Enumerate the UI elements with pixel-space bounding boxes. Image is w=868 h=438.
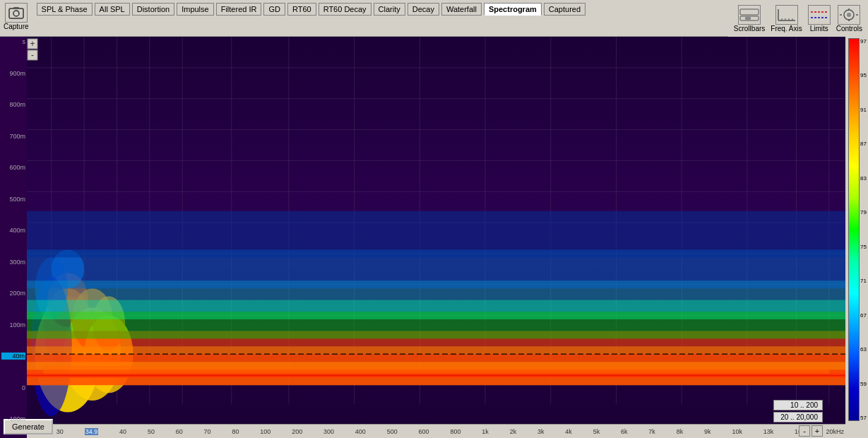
zoom-plus-btn[interactable]: + [811,425,823,437]
y-label-neg100m: -100m [1,415,25,422]
freq-axis-icon [775,5,798,25]
scrollbars-tool[interactable]: Scrollbars [734,5,765,32]
capture-icon[interactable] [5,3,28,23]
limits-svg [809,8,829,22]
svg-rect-0 [9,8,23,18]
right-tools: Scrollbars Freq. Axis [728,0,868,37]
tab-captured[interactable]: Captured [544,3,585,16]
scale-75: 75 [860,244,867,250]
scale-87: 87 [860,141,867,147]
scrollbars-svg [739,8,759,22]
color-gradient-bar [848,38,860,421]
scale-83: 83 [860,175,867,182]
x-label-400: 400 [355,428,366,435]
y-label-600m: 600m [1,164,25,171]
y-label-100m: 100m [1,321,25,328]
svg-rect-102 [43,366,829,374]
tab-rt60[interactable]: RT60 [287,3,316,16]
main-area: s 900m 800m 700m 600m 500m 400m 300m 200… [0,37,868,438]
scale-91: 91 [860,107,867,113]
y-label-800m: 800m [1,101,25,108]
y-label-200m: 200m [1,290,25,297]
x-label-1k: 1k [482,428,489,435]
limits-tool[interactable]: Limits [808,5,831,32]
scrollbars-icon [738,5,761,25]
tab-gd[interactable]: GD [263,3,285,16]
y-label-400m: 400m [1,227,25,234]
svg-rect-5 [745,17,751,20]
x-label-50: 50 [148,428,155,435]
x-label-2k: 2k [510,428,517,435]
x-label-200: 200 [292,428,302,435]
tab-rt60-decay[interactable]: RT60 Decay [319,3,371,16]
y-axis: s 900m 800m 700m 600m 500m 400m 300m 200… [0,37,27,424]
x-label-7k: 7k [648,428,655,435]
x-label-300: 300 [323,428,334,435]
x-label-8k: 8k [677,428,684,435]
scale-63: 63 [860,346,867,353]
scale-labels: 97 95 91 87 83 79 75 71 67 63 59 57 [860,38,867,421]
limits-icon [808,5,831,25]
controls-icon [838,5,860,25]
svg-rect-67 [27,211,845,258]
limits-label: Limits [810,25,828,32]
capture-label: Capture [4,23,29,30]
x-label-40: 40 [119,428,126,435]
x-label-13k: 13k [763,428,774,435]
x-axis: 20 30 34.9 40 50 60 70 80 100 200 300 40… [27,424,845,438]
scale-71: 71 [860,278,867,284]
spectrogram-canvas[interactable]: + - [27,37,845,424]
y-label-40m: 40m [1,353,25,360]
x-label-80: 80 [232,428,239,435]
controls-tool[interactable]: Controls [836,5,862,32]
tab-clarity[interactable]: Clarity [374,3,405,16]
color-bar-container: 97 95 91 87 83 79 75 71 67 63 59 57 [847,38,867,421]
tab-impulse[interactable]: Impulse [177,3,214,16]
zoom-controls: - + [799,425,823,437]
color-scale-panel: 97 95 91 87 83 79 75 71 67 63 59 57 [845,37,868,438]
y-label-900m: 900m [1,70,25,77]
y-label-700m: 700m [1,133,25,140]
scale-59: 59 [860,381,867,387]
x-label-9k: 9k [704,428,711,435]
svg-point-15 [847,13,851,17]
tab-spectrogram[interactable]: Spectrogram [484,3,542,16]
scale-79: 79 [860,209,867,215]
freq-axis-tool[interactable]: Freq. Axis [771,5,802,32]
x-label-349: 34.9 [85,428,99,435]
svg-point-1 [13,11,19,16]
scale-67: 67 [860,312,867,319]
y-label-0: 0 [1,384,25,391]
controls-label: Controls [836,25,862,32]
x-label-20kHz: 20kHz [826,428,844,435]
x-label-60: 60 [176,428,183,435]
tab-all-spl[interactable]: All SPL [95,3,130,16]
svg-text:-: - [31,50,34,60]
controls-svg [839,8,859,22]
svg-text:+: + [30,39,35,49]
tab-row: SPL & Phase All SPL Distortion Impulse F… [37,3,585,16]
zoom-minus-btn[interactable]: - [799,425,810,437]
spectrogram-svg: + - [27,37,845,424]
tab-filtered-ir[interactable]: Filtered IR [216,3,262,16]
camera-icon [8,6,25,20]
tab-spl-phase[interactable]: SPL & Phase [37,3,93,16]
chart-container: s 900m 800m 700m 600m 500m 400m 300m 200… [0,37,845,438]
x-label-10k: 10k [732,428,742,435]
x-label-6k: 6k [621,428,628,435]
y-label-500m: 500m [1,196,25,203]
scrollbars-label: Scrollbars [734,25,765,32]
scale-57: 57 [860,415,867,421]
range-btn-10-200[interactable]: 10 .. 200 [773,400,823,410]
tab-waterfall[interactable]: Waterfall [441,3,482,16]
x-label-500: 500 [387,428,398,435]
svg-rect-2 [13,7,19,9]
x-label-800: 800 [450,428,460,435]
capture-button[interactable]: Capture [4,3,29,30]
tab-decay[interactable]: Decay [408,3,439,16]
x-label-3k: 3k [537,428,545,435]
tab-distortion[interactable]: Distortion [132,3,174,16]
x-label-70: 70 [204,428,211,435]
x-label-4k: 4k [565,428,572,435]
range-btn-20-20000[interactable]: 20 .. 20,000 [773,412,823,422]
